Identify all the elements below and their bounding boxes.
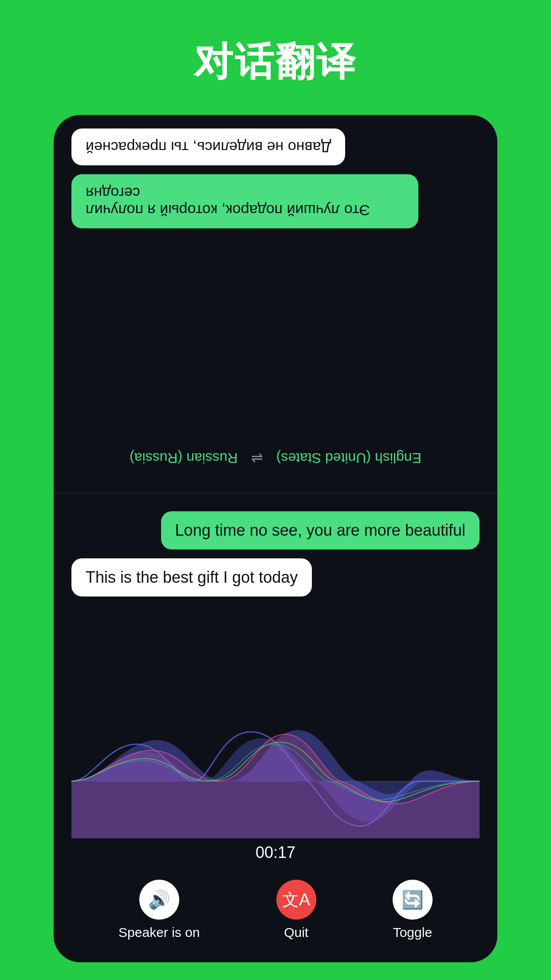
toggle-icon-circle: 🔄 [393,880,433,920]
bubble-white: This is the best gift I got today [71,558,312,597]
top-section: English (United States) ⇌ Russian (Russi… [54,115,497,493]
speaker-label: Speaker is on [118,925,200,940]
speaker-button[interactable]: 🔊 Speaker is on [118,880,200,940]
speaker-icon: 🔊 [148,889,170,910]
speaker-icon-circle: 🔊 [139,880,179,920]
bottom-messages: Long time no see, you are more beautiful… [71,511,480,719]
waveform-area [71,719,480,843]
bottom-bar: 🔊 Speaker is on 文A Quit 🔄 Toggle [54,871,497,962]
bottom-section: Long time no see, you are more beautiful… [54,494,497,871]
bubble-green: Long time no see, you are more beautiful [161,511,480,549]
quit-icon-circle: 文A [276,880,316,920]
toggle-label: Toggle [393,925,432,940]
timer: 00:17 [71,843,480,862]
quit-button[interactable]: 文A Quit [276,880,316,940]
page-title: 对话翻译 [194,36,357,88]
flipped-bubble-white: Давно не виделись, ты прекрасней [71,129,345,166]
language-bar-top: English (United States) ⇌ Russian (Russi… [71,441,480,475]
top-left-lang: English (United States) [276,450,421,466]
toggle-button[interactable]: 🔄 Toggle [393,880,433,940]
waveform-svg [71,719,480,843]
quit-label: Quit [284,925,308,940]
top-right-lang: Russian (Russia) [130,450,238,466]
phone-card: English (United States) ⇌ Russian (Russi… [54,115,497,962]
top-messages: Это лучший подарок, который я получил се… [71,115,480,441]
toggle-icon: 🔄 [401,889,424,910]
translate-icon: 文A [282,889,310,911]
flipped-bubble-green: Это лучший подарок, который я получил се… [71,174,418,229]
swap-icon-top[interactable]: ⇌ [251,450,263,466]
